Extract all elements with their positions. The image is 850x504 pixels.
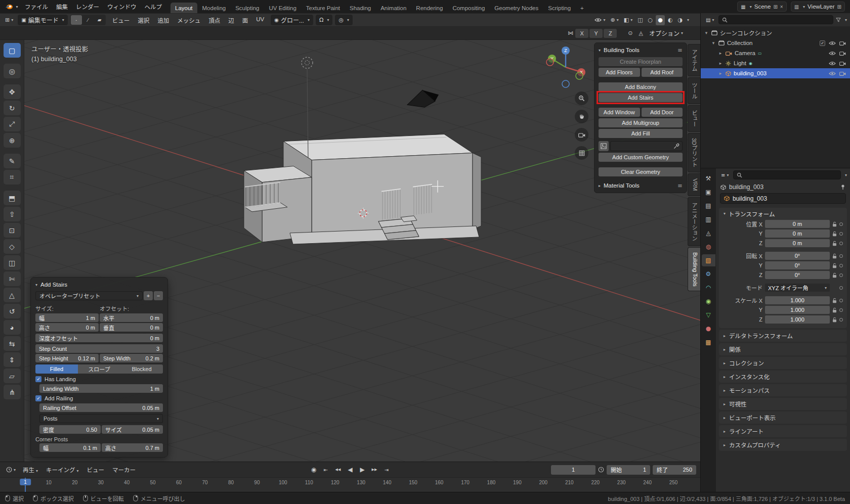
properties-section-4[interactable]: ▸モーションパス [719,384,847,396]
world-properties-tab[interactable]: ◍ [702,241,715,253]
building-mesh[interactable] [244,134,481,244]
viewport-menu-select[interactable]: 選択 [134,15,153,26]
properties-section-0[interactable]: ▸デルタトランスフォーム [719,330,847,342]
disable-in-renders-icon[interactable] [839,61,846,66]
timeline-menu-3[interactable]: マーカー [108,464,140,475]
pin-icon[interactable] [840,184,845,190]
shading-dropdown-icon[interactable]: ▾ [687,18,689,22]
animate-decorator-icon[interactable] [839,299,843,302]
bevel-tool-icon[interactable]: ◇ [4,239,21,254]
transform-value-field[interactable]: 0° [765,271,830,279]
material-properties-tab[interactable]: ● [702,323,715,335]
new-scene-icon[interactable]: ⊞ [773,4,777,10]
workspace-tab-compositing[interactable]: Compositing [448,3,489,13]
workspace-tab-modeling[interactable]: Modeling [198,3,231,13]
railing-offset-field[interactable]: Railing Offset0.05 m [39,403,163,412]
eyedropper-icon[interactable] [673,143,679,149]
jump-to-end-button[interactable]: ⇥ [381,465,392,475]
workspace-tab-sculpting[interactable]: Sculpting [231,3,264,13]
constraints-properties-tab[interactable]: ◉ [702,295,715,307]
transform-orientation-dropdown[interactable]: ◉ グロー... ▾ [271,15,313,25]
step-width-field[interactable]: Step Width0.2 m [100,354,163,362]
tool-properties-tab[interactable]: ⚒ [702,172,715,185]
poly-build-tool-icon[interactable]: △ [4,288,21,302]
vertical-offset-field[interactable]: 垂直0 m [100,323,163,332]
timeline-menu-2[interactable]: ビュー [83,464,109,475]
zoom-icon[interactable] [575,91,588,105]
timeline-ruler[interactable]: 1020304050607080901001101201301401501601… [0,477,700,492]
properties-section-1[interactable]: ▸関係 [719,343,847,355]
lock-icon[interactable] [832,298,837,303]
workspace-tab-animation[interactable]: Animation [376,3,411,13]
rotate-tool-icon[interactable]: ↻ [4,101,21,115]
properties-section-7[interactable]: ▸ラインアート [719,425,847,437]
shading-material-icon[interactable]: ◐ [666,15,675,25]
sidebar-tab-2[interactable]: ビュー [688,105,700,132]
create-floorplan-button[interactable]: Create Floorplan [599,57,683,66]
expand-icon[interactable]: ▸ [718,51,723,56]
corner-post-height-field[interactable]: 高さ0.7 m [102,443,163,452]
step-count-field[interactable]: Step Count3 [35,344,163,353]
animate-decorator-icon[interactable] [839,318,843,322]
add-custom-geometry-button[interactable]: Add Custom Geometry [599,153,683,162]
properties-filter-icon[interactable]: ▾ [845,173,847,177]
snap-options-icon[interactable]: ◬ [637,28,645,38]
viewport-menu-edge[interactable]: 辺 [224,15,238,26]
animate-decorator-icon[interactable] [839,232,843,236]
shear-tool-icon[interactable]: ▱ [4,369,21,383]
collapse-icon[interactable]: ▾ [704,30,709,35]
measure-tool-icon[interactable]: ⌗ [4,170,21,185]
transform-value-field[interactable]: 0° [765,261,830,269]
viewport-menu-vertex[interactable]: 頂点 [204,15,224,26]
options-dropdown[interactable]: オプション ▾ [647,29,685,37]
lock-icon[interactable] [832,241,837,246]
mirror-x-button[interactable]: X [575,29,588,38]
workspace-tab-scripting[interactable]: Scripting [543,3,575,13]
auto-merge-icon[interactable]: ⊙ [626,28,634,38]
custom-geometry-object-field[interactable] [610,141,683,151]
animate-decorator-icon[interactable] [839,264,843,267]
transform-value-field[interactable]: 1.000 [765,306,830,314]
overlays-icon[interactable]: ◧▾ [622,15,634,25]
fill-type-blocked-button[interactable]: Blocked [120,364,163,374]
outliner-search-field[interactable] [718,15,833,24]
spin-tool-icon[interactable]: ↺ [4,304,21,318]
lock-icon[interactable] [832,317,837,323]
transform-tool-icon[interactable]: ⊕ [4,133,21,148]
depth-offset-field[interactable]: 深度オフセット0 m [35,334,163,342]
workspace-tab-geometry-nodes[interactable]: Geometry Nodes [490,3,543,13]
transform-value-field[interactable]: 1.000 [765,296,830,304]
shading-wireframe-icon[interactable]: ○ [646,15,655,25]
viewport-menu-view[interactable]: ビュー [108,15,134,26]
modifiers-properties-tab[interactable]: ⚙ [702,268,715,280]
add-railing-checkbox[interactable]: ✓ [35,395,41,401]
lock-icon[interactable] [832,253,837,259]
annotate-tool-icon[interactable]: ✎ [4,154,21,168]
sidebar-tab-5[interactable]: アニメーション [688,197,700,246]
add-door-button[interactable]: Add Door [642,108,683,117]
operator-panel-header[interactable]: ▾ Add Stairs [35,282,163,288]
properties-section-3[interactable]: ▸インスタンス化 [719,371,847,383]
transform-panel-header[interactable]: ▾ トランスフォーム [719,208,847,219]
mode-selector[interactable]: ▣ 編集モード ▾ [18,15,67,25]
panel-menu-icon[interactable]: ≡ [677,47,683,54]
add-multigroup-button[interactable]: Add Multigroup [599,118,683,127]
physics-properties-tab[interactable]: ◠ [702,282,715,294]
animate-decorator-icon[interactable] [839,242,843,245]
post-size-field[interactable]: サイズ0.05 m [102,425,163,434]
panel-menu-icon[interactable]: ≡ [677,182,683,189]
add-workspace-button[interactable]: + [576,3,588,13]
workspace-tab-texture-paint[interactable]: Texture Paint [302,3,345,13]
play-reverse-button[interactable]: ◀ [345,465,356,475]
post-density-field[interactable]: 密度0.50 [39,425,101,434]
move-tool-icon[interactable]: ✥ [4,84,21,99]
filter-icon[interactable] [836,18,841,22]
properties-section-8[interactable]: ▸カスタムプロパティ [719,439,847,451]
smooth-tool-icon[interactable]: ◕ [4,320,21,335]
snap-toggle[interactable]: Ω ▾ [316,15,332,25]
outliner-row-scene-collection[interactable]: ▾シーンコレクション [701,28,850,38]
navigation-gizmo[interactable]: X Y Z [543,45,588,89]
scale-tool-icon[interactable]: ⤢ [4,117,21,131]
menu-render[interactable]: レンダー [72,1,103,12]
lock-icon[interactable] [832,272,837,278]
